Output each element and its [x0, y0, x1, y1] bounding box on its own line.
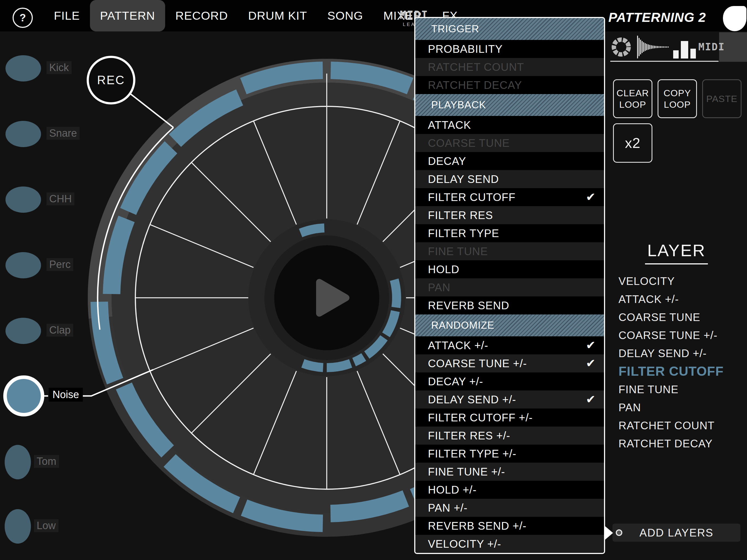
- menu-item-attack[interactable]: ATTACK +/-✔: [415, 336, 604, 354]
- layer-item-ratchet-count[interactable]: RATCHET COUNT: [618, 416, 744, 434]
- track-label: CHH: [47, 193, 74, 205]
- layer-item-coarse-tune[interactable]: COARSE TUNE: [618, 308, 744, 326]
- layer-list: VELOCITYATTACK +/-COARSE TUNECOARSE TUNE…: [618, 272, 744, 453]
- help-button[interactable]: ?: [12, 8, 33, 28]
- menu-item-fine-tune[interactable]: FINE TUNE: [415, 242, 604, 260]
- clear-loop-button[interactable]: CLEAR LOOP: [613, 79, 652, 118]
- app-title: PATTERNING 2: [609, 10, 706, 25]
- ring-icon: [616, 529, 622, 536]
- track-label: Noise: [49, 388, 83, 402]
- menu-item-fine-tune[interactable]: FINE TUNE +/-: [415, 463, 604, 481]
- menu-section-randomize: RANDOMIZE: [415, 314, 604, 336]
- nav-item-file[interactable]: FILE: [44, 0, 90, 31]
- layer-item-pan[interactable]: PAN: [618, 399, 744, 416]
- track-circle-icon: [5, 121, 41, 147]
- menu-item-probability[interactable]: PROBABILITY: [415, 40, 604, 58]
- menu-item-velocity[interactable]: VELOCITY +/-: [415, 535, 604, 553]
- menu-item-decay[interactable]: DECAY: [415, 152, 604, 170]
- track-circle-icon: [5, 509, 31, 543]
- menu-pointer-arrow: [604, 525, 613, 541]
- track-label: Snare: [47, 127, 80, 140]
- top-bar: ? FILEPATTERNRECORDDRUM KITSONGMIXERFX P…: [0, 0, 747, 31]
- track-label: Clap: [47, 324, 73, 337]
- add-layers-label: ADD LAYERS: [640, 527, 713, 539]
- layer-item-filter-cutoff[interactable]: FILTER CUTOFF: [618, 362, 744, 380]
- menu-item-ratchet-decay[interactable]: RATCHET DECAY: [415, 76, 604, 94]
- track-label: Perc: [47, 258, 73, 271]
- menu-section-playback: PLAYBACK: [415, 94, 604, 116]
- menu-item-coarse-tune[interactable]: COARSE TUNE: [415, 134, 604, 152]
- layer-item-attack[interactable]: ATTACK +/-: [618, 290, 744, 308]
- track-circle-icon: [5, 186, 41, 213]
- menu-item-filter-cutoff[interactable]: FILTER CUTOFF✔: [415, 188, 604, 206]
- check-icon: ✔: [586, 354, 596, 373]
- layer-item-velocity[interactable]: VELOCITY: [618, 272, 744, 290]
- menu-item-reverb-send[interactable]: REVERB SEND: [415, 297, 604, 314]
- layer-item-delay-send[interactable]: DELAY SEND +/-: [618, 344, 744, 362]
- menu-item-decay[interactable]: DECAY +/-: [415, 373, 604, 390]
- tab-midi[interactable]: MIDI: [698, 41, 725, 53]
- menu-item-ratchet-count[interactable]: RATCHET COUNT: [415, 58, 604, 76]
- menu-item-coarse-tune[interactable]: COARSE TUNE +/-✔: [415, 354, 604, 373]
- nav-item-pattern[interactable]: PATTERN: [90, 0, 165, 31]
- track-label: Tom: [34, 455, 59, 468]
- track-circle-icon: [5, 252, 41, 278]
- track-circle-icon: [5, 55, 41, 81]
- check-icon: ✔: [586, 188, 596, 206]
- layer-item-coarse-tune[interactable]: COARSE TUNE +/-: [618, 326, 744, 344]
- nav-item-drum-kit[interactable]: DRUM KIT: [238, 0, 317, 31]
- menu-item-pan[interactable]: PAN +/-: [415, 499, 604, 517]
- check-icon: ✔: [586, 336, 596, 354]
- nav-item-record[interactable]: RECORD: [165, 0, 238, 31]
- check-icon: ✔: [586, 390, 596, 408]
- menu-section-trigger: TRIGGER: [415, 18, 604, 40]
- menu-item-attack[interactable]: ATTACK: [415, 116, 604, 134]
- rec-button[interactable]: REC: [87, 56, 135, 104]
- double-loop-button[interactable]: x2: [613, 123, 652, 163]
- layer-parameter-menu: TRIGGERPROBABILITYRATCHET COUNTRATCHET D…: [414, 17, 605, 554]
- menu-item-hold[interactable]: HOLD +/-: [415, 481, 604, 499]
- menu-item-reverb-send[interactable]: REVERB SEND +/-: [415, 517, 604, 535]
- track-circle-icon: [3, 376, 44, 416]
- track-label: Low: [34, 519, 58, 532]
- add-layers-button[interactable]: ADD LAYERS: [613, 524, 741, 542]
- layer-item-fine-tune[interactable]: FINE TUNE: [618, 380, 744, 399]
- menu-item-pan[interactable]: PAN: [415, 278, 604, 297]
- patterning-app: { "app": { "title": "PATTERNING 2" }, "c…: [0, 0, 747, 560]
- copy-loop-button[interactable]: COPY LOOP: [658, 79, 697, 118]
- menu-item-filter-res[interactable]: FILTER RES: [415, 206, 604, 224]
- track-circle-icon: [5, 318, 41, 344]
- nav-item-song[interactable]: SONG: [317, 0, 373, 31]
- paste-button[interactable]: PASTE: [702, 79, 742, 118]
- track-label: Kick: [47, 61, 72, 74]
- track-circle-icon: [5, 445, 31, 479]
- menu-item-hold[interactable]: HOLD: [415, 260, 604, 278]
- menu-item-filter-type[interactable]: FILTER TYPE: [415, 224, 604, 242]
- menu-item-delay-send[interactable]: DELAY SEND: [415, 170, 604, 188]
- menu-item-filter-cutoff[interactable]: FILTER CUTOFF +/-: [415, 408, 604, 427]
- app-logo: [723, 6, 746, 31]
- layer-item-ratchet-decay[interactable]: RATCHET DECAY: [618, 434, 744, 453]
- menu-item-delay-send[interactable]: DELAY SEND +/-✔: [415, 390, 604, 408]
- menu-item-filter-type[interactable]: FILTER TYPE +/-: [415, 444, 604, 463]
- layer-panel-title: LAYER: [645, 240, 708, 264]
- menu-item-filter-res[interactable]: FILTER RES +/-: [415, 427, 604, 444]
